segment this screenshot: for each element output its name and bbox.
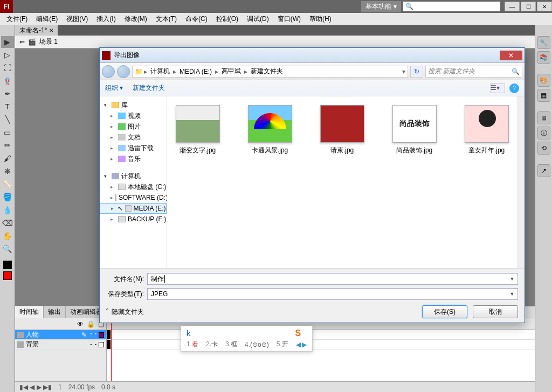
menu-debug[interactable]: 调试(D): [243, 13, 273, 25]
eraser-tool[interactable]: ⌫: [1, 217, 14, 229]
view-button[interactable]: ☰▾: [490, 83, 505, 93]
pen-tool[interactable]: ✒: [1, 88, 14, 100]
tab-timeline[interactable]: 时间轴: [15, 306, 44, 318]
save-button[interactable]: 保存(S): [422, 305, 467, 318]
scrollbar[interactable]: [518, 96, 525, 268]
ime-page-buttons[interactable]: ◀▶: [296, 341, 307, 348]
menu-text[interactable]: 文本(T): [151, 13, 181, 25]
file-item[interactable]: 卡通风景.jpg: [244, 105, 296, 155]
color-panel-icon[interactable]: 🎨: [537, 74, 550, 87]
actions-panel-icon[interactable]: ↗: [537, 164, 550, 177]
stroke-color[interactable]: [3, 261, 12, 269]
lock-icon[interactable]: 🔒: [87, 320, 95, 328]
minimize-button[interactable]: —: [505, 2, 520, 11]
tree-library[interactable]: ▾库: [100, 100, 167, 110]
pencil-tool[interactable]: ✏: [1, 139, 14, 151]
tree-drive-c[interactable]: ▸本地磁盘 (C:): [100, 181, 167, 192]
tree-videos[interactable]: ▸视频: [100, 110, 167, 121]
menu-window[interactable]: 窗口(W): [273, 13, 305, 25]
document-tab[interactable]: 未命名-1*✕: [15, 25, 58, 36]
folder-tree: ▾库 ▸视频 ▸图片 ▸文档 ▸迅雷下载 ▸音乐 ▾计算机 ▸本地磁盘 (C:)…: [100, 96, 167, 268]
breadcrumb-item[interactable]: 计算机: [148, 67, 172, 76]
nav-forward-button[interactable]: [117, 65, 130, 78]
tree-computer[interactable]: ▾计算机: [100, 171, 167, 181]
playhead[interactable]: [111, 318, 112, 381]
selection-tool[interactable]: ▶: [1, 36, 14, 48]
menu-modify[interactable]: 修改(M): [120, 13, 151, 25]
cancel-button[interactable]: 取消: [473, 305, 518, 318]
transform-panel-icon[interactable]: ⟲: [537, 142, 550, 155]
refresh-button[interactable]: ↻: [410, 66, 423, 78]
chevron-down-icon[interactable]: ▼: [508, 275, 516, 283]
eye-icon[interactable]: 👁: [77, 320, 84, 328]
scene-icon: 🎬: [28, 38, 36, 46]
free-transform-tool[interactable]: ⛶: [1, 62, 14, 74]
timeline-frames[interactable]: [107, 318, 535, 381]
properties-panel-icon[interactable]: 🔧: [537, 36, 550, 49]
eyedropper-tool[interactable]: 💧: [1, 204, 14, 216]
search-input-top[interactable]: 🔍: [403, 2, 500, 11]
hand-tool[interactable]: ✋: [1, 230, 14, 242]
library-panel-icon[interactable]: 📚: [537, 51, 550, 64]
new-folder-button[interactable]: 新建文件夹: [133, 83, 165, 93]
hide-folders-toggle[interactable]: ˆ隐藏文件夹: [106, 307, 144, 317]
file-item[interactable]: 尚品装饰尚品装饰.jpg: [388, 105, 441, 155]
breadcrumb-item[interactable]: 高甲斌: [219, 67, 243, 76]
layer-row[interactable]: 背景 ••: [15, 340, 106, 349]
menu-view[interactable]: 视图(V): [62, 13, 92, 25]
file-item[interactable]: 童女拜年.jpg: [460, 105, 513, 155]
tree-music[interactable]: ▸音乐: [100, 153, 167, 164]
bone-tool[interactable]: 🦴: [1, 178, 14, 190]
layer-row[interactable]: 人物 ✎••: [15, 330, 106, 340]
swatches-panel-icon[interactable]: ▦: [537, 89, 550, 102]
tree-drive-d[interactable]: ▸SOFTWARE (D:): [100, 192, 167, 203]
filetype-select[interactable]: JPEG▼: [147, 288, 518, 300]
close-tab-icon[interactable]: ✕: [49, 27, 53, 33]
menu-file[interactable]: 文件(F): [2, 13, 32, 25]
workspace-dropdown[interactable]: 基本功能▾: [361, 1, 401, 12]
lasso-tool[interactable]: 🪢: [1, 75, 14, 87]
maximize-button[interactable]: ☐: [521, 2, 536, 11]
menu-control[interactable]: 控制(O): [212, 13, 243, 25]
paint-bucket-tool[interactable]: 🪣: [1, 191, 14, 203]
dialog-icon: [102, 51, 111, 60]
file-item[interactable]: 渐变文字.jpg: [171, 105, 224, 155]
breadcrumb-dropdown[interactable]: ▾: [402, 68, 405, 75]
tree-downloads[interactable]: ▸迅雷下载: [100, 143, 167, 153]
menu-insert[interactable]: 插入(I): [92, 13, 120, 25]
nav-back-button[interactable]: [102, 65, 115, 78]
menu-commands[interactable]: 命令(C): [181, 13, 212, 25]
deco-tool[interactable]: ❋: [1, 165, 14, 177]
tree-drive-f[interactable]: ▸BACKUP (F:): [100, 214, 167, 225]
align-panel-icon[interactable]: ⊞: [537, 111, 550, 124]
brush-tool[interactable]: 🖌: [1, 152, 14, 164]
info-panel-icon[interactable]: ⓘ: [537, 127, 550, 139]
folder-search-input[interactable]: 搜索 新建文件夹🔍: [425, 66, 522, 78]
ime-candidates[interactable]: 1.看 2.卡 3.框 4.(⊙o⊙) 5.开 ◀▶: [184, 339, 309, 350]
file-item[interactable]: 请柬.jpg: [316, 105, 369, 155]
zoom-tool[interactable]: 🔍: [1, 243, 14, 255]
subselect-tool[interactable]: ▷: [1, 49, 14, 61]
dialog-close-button[interactable]: ✕: [500, 51, 522, 60]
menu-help[interactable]: 帮助(H): [305, 13, 336, 25]
close-button[interactable]: ✕: [537, 2, 552, 11]
tree-documents[interactable]: ▸文档: [100, 132, 167, 143]
file-list[interactable]: 渐变文字.jpg 卡通风景.jpg 请柬.jpg 尚品装饰尚品装饰.jpg 童女…: [167, 96, 518, 268]
tree-drive-e[interactable]: ▸↖MEDIA (E:): [100, 203, 167, 214]
dialog-titlebar[interactable]: 导出图像 ✕: [100, 48, 525, 63]
breadcrumb[interactable]: 📁 ▸ 计算机▸ MEDIA (E:)▸ 高甲斌▸ 新建文件夹 ▾: [132, 66, 408, 78]
help-icon[interactable]: ?: [509, 83, 519, 93]
organize-button[interactable]: 组织 ▾: [105, 83, 123, 93]
filename-input[interactable]: 制作▼: [147, 273, 518, 285]
breadcrumb-item[interactable]: MEDIA (E:): [177, 68, 214, 75]
breadcrumb-item[interactable]: 新建文件夹: [249, 67, 285, 76]
rectangle-tool[interactable]: ▭: [1, 127, 14, 138]
text-tool[interactable]: T: [1, 101, 14, 113]
menu-edit[interactable]: 编辑(E): [32, 13, 62, 25]
back-icon[interactable]: ⇐: [19, 38, 25, 46]
fill-color[interactable]: [3, 271, 12, 280]
tab-output[interactable]: 输出: [44, 306, 66, 318]
tree-pictures[interactable]: ▸图片: [100, 121, 167, 132]
chevron-down-icon[interactable]: ▼: [508, 290, 516, 298]
line-tool[interactable]: ╲: [1, 114, 14, 125]
